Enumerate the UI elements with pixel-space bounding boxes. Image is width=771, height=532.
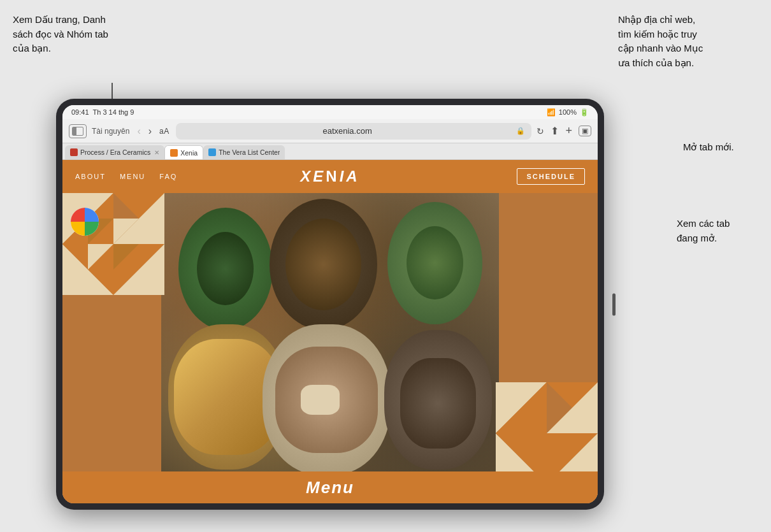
tab-switcher-button[interactable]: ▣: [579, 126, 591, 136]
refresh-button[interactable]: ↻: [537, 126, 544, 136]
nav-buttons: ‹ ›: [134, 124, 154, 138]
site-address: eatxenia.com: [182, 126, 513, 136]
nav-link-faq[interactable]: FAQ: [159, 173, 177, 180]
battery-percentage: 100%: [559, 108, 577, 116]
lock-icon: 🔒: [516, 127, 525, 135]
forward-button[interactable]: ›: [146, 124, 154, 138]
time: 09:41: [71, 108, 89, 116]
schedule-button[interactable]: SCHEDULE: [517, 168, 585, 185]
address-bar[interactable]: eatxenia.com 🔒: [176, 123, 532, 140]
status-right: 📶 100% 🔋: [547, 108, 589, 117]
bottom-text: Menu: [306, 478, 354, 498]
tab-label: The Vera List Center: [219, 148, 280, 156]
date: Th 3 14 thg 9: [93, 108, 134, 116]
battery-icon: 🔋: [580, 108, 589, 117]
sidebar-label: Tài nguyên: [92, 127, 129, 136]
ipad-shell: 09:41 Th 3 14 thg 9 📶 100% 🔋 Tài nguyên: [56, 99, 604, 510]
tab-label: Xenia: [180, 149, 198, 157]
tab-close-button[interactable]: ✕: [154, 149, 159, 156]
annotation-right-bot: Xem các tabđang mở.: [677, 217, 760, 245]
nav-link-menu[interactable]: MENU: [120, 173, 145, 180]
tab-item[interactable]: Process / Era Ceramics ✕: [65, 145, 164, 159]
website-bottom-strip: Menu: [62, 471, 598, 503]
food-photo-area: Menu: [62, 193, 598, 503]
colorful-icon: [69, 206, 101, 238]
wifi-icon: 📶: [547, 108, 556, 117]
annotation-right-mid: Mở tab mới.: [683, 140, 760, 155]
nav-links: ABOUT MENU FAQ: [75, 173, 177, 180]
xenia-nav: ABOUT MENU FAQ XENiA SCHEDULE: [62, 160, 598, 193]
nav-link-about[interactable]: ABOUT: [75, 173, 106, 180]
site-logo: XENiA: [300, 168, 359, 185]
food-photo-inner: [161, 193, 499, 484]
annotation-left: Xem Dấu trang, Danh sách đọc và Nhóm tab…: [13, 13, 115, 56]
ipad-screen: 09:41 Th 3 14 thg 9 📶 100% 🔋 Tài nguyên: [62, 105, 598, 503]
annotation-right-top: Nhập địa chỉ web,tìm kiếm hoặc truycập n…: [618, 13, 758, 70]
tab-label: Process / Era Ceramics: [80, 148, 150, 156]
status-left: 09:41 Th 3 14 thg 9: [71, 108, 134, 116]
status-bar: 09:41 Th 3 14 thg 9 📶 100% 🔋: [62, 105, 598, 119]
tab-item[interactable]: The Vera List Center: [203, 145, 285, 159]
share-button[interactable]: ⬆: [551, 125, 559, 137]
geo-pattern-bottom-right: [496, 382, 598, 484]
food-photo: [161, 193, 499, 484]
tab-favicon: [208, 148, 216, 156]
tab-item-active[interactable]: Xenia: [164, 145, 203, 159]
sidebar-toggle-button[interactable]: [69, 124, 87, 138]
ball-svg: [69, 206, 101, 238]
tab-favicon: [170, 149, 178, 157]
home-indicator: [612, 293, 616, 315]
pattern-svg-br: [496, 382, 598, 484]
tab-bar: Process / Era Ceramics ✕ Xenia The Vera …: [62, 143, 598, 160]
text-size-button[interactable]: aA: [159, 127, 169, 136]
back-button[interactable]: ‹: [134, 124, 143, 138]
new-tab-button[interactable]: +: [565, 124, 572, 138]
browser-toolbar: Tài nguyên ‹ › aA eatxenia.com 🔒 ↻ ⬆ + ▣: [62, 119, 598, 143]
tab-favicon: [70, 148, 78, 156]
toolbar-actions: ↻ ⬆ + ▣: [537, 124, 591, 138]
website-content: ABOUT MENU FAQ XENiA SCHEDULE: [62, 160, 598, 503]
